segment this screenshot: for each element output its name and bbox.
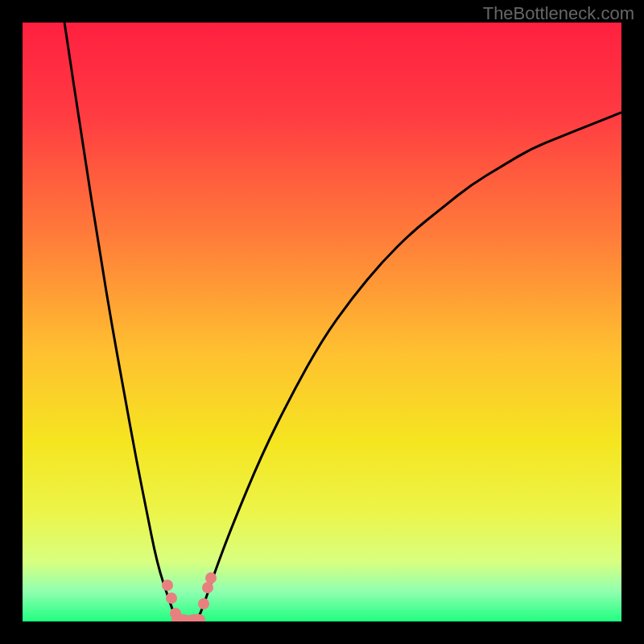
curve-lines — [23, 23, 621, 621]
marker-left-1 — [166, 592, 177, 604]
marker-right-0 — [198, 598, 209, 609]
marker-bottom-2 — [188, 614, 205, 621]
right-curve — [196, 113, 621, 621]
chart-container — [23, 23, 621, 621]
marker-right-2 — [205, 572, 217, 584]
marker-left-0 — [162, 580, 173, 591]
watermark-text: TheBottleneck.com — [483, 3, 634, 24]
left-curve — [64, 23, 178, 621]
